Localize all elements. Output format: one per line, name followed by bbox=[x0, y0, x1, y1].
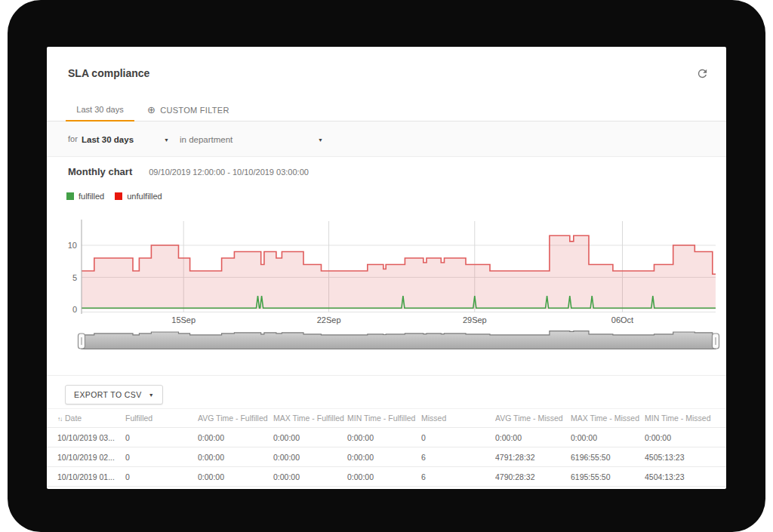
refresh-icon[interactable] bbox=[694, 66, 710, 81]
table-cell: 4504:13:23 bbox=[645, 472, 716, 481]
chevron-down-icon: ▼ bbox=[318, 137, 323, 143]
refresh-icon-glyph bbox=[696, 67, 709, 80]
column-header-min-time-missed[interactable]: MIN Time - Missed bbox=[645, 414, 716, 423]
svg-text:22Sep: 22Sep bbox=[317, 315, 341, 324]
chart-title: Monthly chart bbox=[68, 166, 132, 177]
table-cell: 4505:13:23 bbox=[645, 453, 716, 462]
table-row: 10/10/2019 01...00:00:000:00:000:00:0064… bbox=[47, 467, 726, 487]
table-cell: 0:00:00 bbox=[273, 453, 347, 462]
column-header-min-time-fulfilled[interactable]: MIN Time - Fulfilled bbox=[347, 414, 421, 423]
table-cell: 0 bbox=[421, 433, 495, 442]
table-cell: 0:00:00 bbox=[645, 433, 716, 442]
department-select[interactable]: in department ▼ bbox=[180, 131, 323, 149]
table-cell: 0:00:00 bbox=[495, 433, 571, 442]
column-header-max-time-missed[interactable]: MAX Time - Missed bbox=[571, 414, 645, 423]
legend-label: fulfilled bbox=[79, 192, 104, 201]
department-select-value: in department bbox=[180, 135, 233, 144]
table-cell: 0:00:00 bbox=[347, 472, 421, 481]
table-cell: 6196:55:50 bbox=[571, 453, 645, 462]
navigator-right-handle[interactable] bbox=[713, 334, 719, 349]
page-title: SLA compliance bbox=[68, 67, 149, 79]
filter-for-label: for bbox=[68, 134, 78, 143]
table-cell: 0:00:00 bbox=[273, 433, 347, 442]
table-cell: 0:00:00 bbox=[198, 433, 273, 442]
table-cell: 0:00:00 bbox=[347, 453, 421, 462]
sla-table: ↑↓DateFulfilledAVG Time - FulfilledMAX T… bbox=[47, 408, 726, 487]
table-header-row: ↑↓DateFulfilledAVG Time - FulfilledMAX T… bbox=[47, 408, 726, 428]
export-to-csv-button[interactable]: EXPORT TO CSV ▼ bbox=[65, 385, 163, 404]
table-cell: 0 bbox=[125, 433, 198, 442]
chart-legend: fulfilled unfulfilled bbox=[66, 192, 162, 201]
sort-icon[interactable]: ↑↓ bbox=[57, 416, 62, 423]
tab-custom-filter[interactable]: ⊕ CUSTOM FILTER bbox=[147, 98, 229, 121]
table-row: 10/10/2019 02...00:00:000:00:000:00:0064… bbox=[47, 447, 726, 467]
filter-bar: for Last 30 days ▼ in department ▼ bbox=[47, 121, 726, 157]
chevron-down-icon: ▼ bbox=[149, 392, 154, 398]
tab-bar: Last 30 days ⊕ CUSTOM FILTER bbox=[47, 98, 726, 121]
table-cell: 6 bbox=[421, 453, 495, 462]
legend-item-fulfilled: fulfilled bbox=[66, 192, 104, 201]
column-header-missed[interactable]: Missed bbox=[421, 414, 495, 423]
column-header-fulfilled[interactable]: Fulfilled bbox=[125, 414, 198, 423]
fulfilled-swatch bbox=[66, 192, 74, 200]
svg-text:06Oct: 06Oct bbox=[611, 315, 633, 324]
table-cell: 0:00:00 bbox=[273, 472, 347, 481]
navigator-left-handle[interactable] bbox=[79, 334, 85, 349]
monthly-chart: 051015Sep22Sep29Sep06Oct bbox=[59, 217, 726, 379]
chart-section-header: Monthly chart 09/10/2019 12:00:00 - 10/1… bbox=[68, 166, 309, 177]
table-cell: 0 bbox=[125, 453, 198, 462]
table-cell: 0:00:00 bbox=[571, 433, 645, 442]
circle-plus-icon: ⊕ bbox=[147, 105, 156, 115]
period-select-value: Last 30 days bbox=[82, 135, 134, 144]
chart-date-range: 09/10/2019 12:00:00 - 10/10/2019 03:00:0… bbox=[149, 168, 309, 177]
table-cell: 4791:28:32 bbox=[495, 453, 571, 462]
table-cell: 0 bbox=[125, 472, 198, 481]
table-cell: 0:00:00 bbox=[347, 433, 421, 442]
legend-label: unfulfilled bbox=[127, 192, 162, 201]
chevron-down-icon: ▼ bbox=[164, 137, 169, 143]
column-header-avg-time-fulfilled[interactable]: AVG Time - Fulfilled bbox=[198, 414, 273, 423]
tab-last-30-days[interactable]: Last 30 days bbox=[66, 98, 134, 121]
navigator-area[interactable] bbox=[82, 331, 716, 349]
column-header-avg-time-missed[interactable]: AVG Time - Missed bbox=[495, 414, 571, 423]
table-cell: 6 bbox=[421, 472, 495, 481]
export-button-label: EXPORT TO CSV bbox=[74, 390, 142, 399]
column-header-date[interactable]: ↑↓Date bbox=[57, 414, 125, 423]
unfulfilled-swatch bbox=[115, 192, 122, 200]
table-cell: 6195:55:50 bbox=[571, 472, 645, 481]
svg-text:5: 5 bbox=[72, 273, 77, 282]
table-cell: 4790:28:32 bbox=[495, 472, 571, 481]
svg-text:0: 0 bbox=[72, 305, 77, 314]
tab-label: CUSTOM FILTER bbox=[160, 99, 229, 121]
table-section: EXPORT TO CSV ▼ ↑↓DateFulfilledAVG Time … bbox=[47, 375, 726, 489]
table-cell: 0:00:00 bbox=[198, 472, 273, 481]
table-cell: 10/10/2019 02... bbox=[57, 453, 125, 462]
svg-text:10: 10 bbox=[68, 241, 77, 250]
column-header-max-time-fulfilled[interactable]: MAX Time - Fulfilled bbox=[273, 414, 347, 423]
table-cell: 0:00:00 bbox=[198, 453, 273, 462]
svg-text:29Sep: 29Sep bbox=[463, 315, 487, 324]
table-cell: 10/10/2019 01... bbox=[57, 472, 125, 481]
table-row: 10/10/2019 03...00:00:000:00:000:00:0000… bbox=[47, 428, 726, 447]
table-cell: 10/10/2019 03... bbox=[57, 433, 125, 442]
legend-item-unfulfilled: unfulfilled bbox=[115, 192, 162, 201]
sla-compliance-panel: SLA compliance Last 30 days ⊕ CUSTOM FIL… bbox=[47, 47, 726, 489]
svg-text:15Sep: 15Sep bbox=[171, 315, 196, 324]
period-select[interactable]: Last 30 days ▼ bbox=[82, 131, 169, 149]
tab-label: Last 30 days bbox=[76, 105, 123, 114]
